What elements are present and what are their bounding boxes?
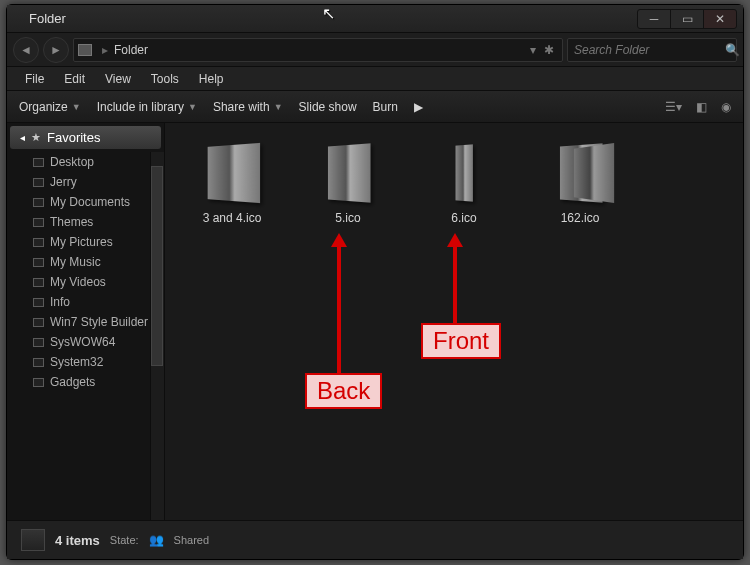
sidebar-item-label: Info: [50, 295, 70, 309]
sidebar-item[interactable]: My Music: [7, 252, 164, 272]
menu-file[interactable]: File: [15, 69, 54, 89]
sidebar-item[interactable]: My Videos: [7, 272, 164, 292]
chevron-down-icon: ▼: [72, 102, 81, 112]
folder-icon: [33, 298, 44, 307]
folder-icon: [33, 238, 44, 247]
sidebar: ◂ ★ Favorites DesktopJerryMy DocumentsTh…: [7, 123, 165, 520]
chevron-right-icon: ▸: [102, 43, 108, 57]
file-icon: [316, 141, 380, 205]
search-box[interactable]: 🔍: [567, 38, 737, 62]
sidebar-scroll-area: DesktopJerryMy DocumentsThemesMy Picture…: [7, 152, 164, 520]
maximize-icon: ▭: [682, 12, 693, 26]
titlebar: Folder ─ ▭ ✕: [7, 5, 743, 33]
file-item[interactable]: 6.ico: [421, 141, 507, 225]
forward-button[interactable]: ►: [43, 37, 69, 63]
dropdown-icon[interactable]: ▾: [530, 43, 536, 57]
menu-edit[interactable]: Edit: [54, 69, 95, 89]
file-item[interactable]: 3 and 4.ico: [189, 141, 275, 225]
sidebar-item[interactable]: My Documents: [7, 192, 164, 212]
search-icon: 🔍: [725, 43, 740, 57]
maximize-button[interactable]: ▭: [670, 9, 704, 29]
file-label: 5.ico: [335, 211, 360, 225]
include-in-library-button[interactable]: Include in library▼: [97, 100, 197, 114]
sidebar-item[interactable]: Jerry: [7, 172, 164, 192]
sidebar-item[interactable]: Themes: [7, 212, 164, 232]
menu-tools[interactable]: Tools: [141, 69, 189, 89]
status-item-count: 4 items: [55, 533, 100, 548]
favorites-label: Favorites: [47, 130, 100, 145]
sidebar-item[interactable]: Info: [7, 292, 164, 312]
slideshow-button[interactable]: Slide show: [299, 100, 357, 114]
sidebar-item-label: Themes: [50, 215, 93, 229]
star-icon: ★: [31, 131, 41, 144]
menu-help[interactable]: Help: [189, 69, 234, 89]
toolbar: Organize▼ Include in library▼ Share with…: [7, 91, 743, 123]
sidebar-item-label: Desktop: [50, 155, 94, 169]
folder-glyph-icon: [78, 44, 92, 56]
sidebar-item-label: My Pictures: [50, 235, 113, 249]
statusbar: 4 items State: 👥 Shared: [7, 521, 743, 559]
burn-button[interactable]: Burn: [373, 100, 398, 114]
folder-icon: [33, 358, 44, 367]
file-icon: [548, 141, 612, 205]
organize-button[interactable]: Organize▼: [19, 100, 81, 114]
file-icon: [432, 141, 496, 205]
help-icon[interactable]: ◉: [721, 100, 731, 114]
file-label: 3 and 4.ico: [203, 211, 262, 225]
annotation-arrow-front: [453, 243, 457, 323]
breadcrumb[interactable]: ▸ Folder ▾ ✱: [73, 38, 563, 62]
content-pane[interactable]: 3 and 4.ico5.ico6.ico162.ico Back Front: [165, 123, 743, 520]
refresh-icon[interactable]: ✱: [544, 43, 554, 57]
folder-icon: [33, 178, 44, 187]
window-title: Folder: [13, 11, 638, 26]
favorites-header[interactable]: ◂ ★ Favorites: [10, 126, 161, 149]
address-bar: ◄ ► ▸ Folder ▾ ✱ 🔍: [7, 33, 743, 67]
chevron-down-icon: ▼: [188, 102, 197, 112]
crumb-folder-label: Folder: [114, 43, 148, 57]
forward-icon: ►: [50, 43, 62, 57]
sidebar-item[interactable]: My Pictures: [7, 232, 164, 252]
minimize-button[interactable]: ─: [637, 9, 671, 29]
status-state-value: Shared: [174, 534, 209, 546]
status-folder-icon: [21, 529, 45, 551]
sidebar-item[interactable]: SysWOW64: [7, 332, 164, 352]
sidebar-item-label: Win7 Style Builder: [50, 315, 148, 329]
annotation-label-front: Front: [421, 323, 501, 359]
sidebar-item[interactable]: Win7 Style Builder: [7, 312, 164, 332]
file-icon: [200, 141, 264, 205]
sidebar-item-label: System32: [50, 355, 103, 369]
file-item[interactable]: 5.ico: [305, 141, 391, 225]
share-with-button[interactable]: Share with▼: [213, 100, 283, 114]
sidebar-item-label: Gadgets: [50, 375, 95, 389]
minimize-icon: ─: [650, 12, 659, 26]
folder-icon: [33, 158, 44, 167]
sidebar-scrollbar[interactable]: [150, 152, 164, 520]
sidebar-item-label: My Music: [50, 255, 101, 269]
file-item[interactable]: 162.ico: [537, 141, 623, 225]
breadcrumb-tools: ▾ ✱: [530, 43, 558, 57]
window-controls: ─ ▭ ✕: [638, 9, 737, 29]
sidebar-item[interactable]: Gadgets: [7, 372, 164, 392]
folder-icon: [33, 198, 44, 207]
sidebar-item-label: Jerry: [50, 175, 77, 189]
more-commands-icon[interactable]: ▶: [414, 100, 423, 114]
close-button[interactable]: ✕: [703, 9, 737, 29]
scrollbar-thumb[interactable]: [151, 166, 163, 366]
back-icon: ◄: [20, 43, 32, 57]
menu-view[interactable]: View: [95, 69, 141, 89]
back-button[interactable]: ◄: [13, 37, 39, 63]
annotation-arrow-back: [337, 243, 341, 373]
sidebar-item-label: My Documents: [50, 195, 130, 209]
folder-icon: [33, 258, 44, 267]
folder-icon: [33, 218, 44, 227]
folder-icon: [33, 318, 44, 327]
sidebar-item[interactable]: System32: [7, 352, 164, 372]
chevron-down-icon: ▼: [274, 102, 283, 112]
view-options-icon[interactable]: ☰▾: [665, 100, 682, 114]
search-input[interactable]: [574, 43, 725, 57]
sidebar-item[interactable]: Desktop: [7, 152, 164, 172]
preview-pane-icon[interactable]: ◧: [696, 100, 707, 114]
status-state-label: State:: [110, 534, 139, 546]
file-label: 6.ico: [451, 211, 476, 225]
menubar: File Edit View Tools Help: [7, 67, 743, 91]
